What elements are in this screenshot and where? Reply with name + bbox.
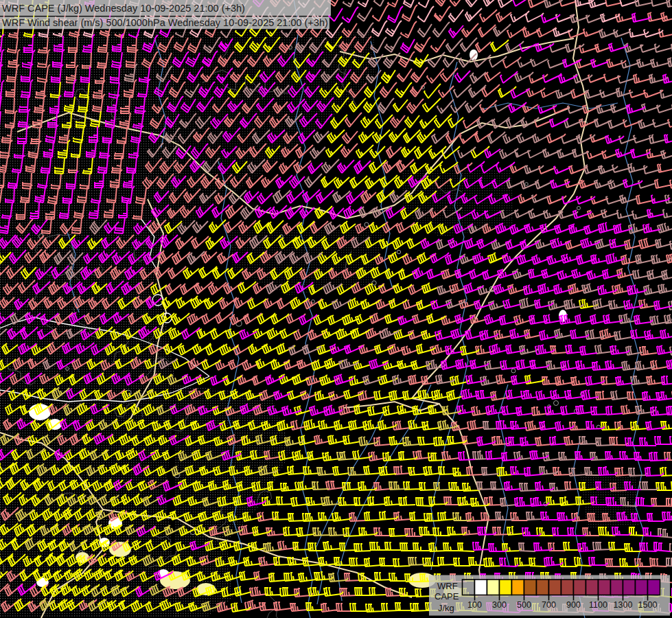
svg-text:100: 100 — [467, 600, 482, 610]
svg-text:WRF CAPE (J/kg) Wednesday 10-0: WRF CAPE (J/kg) Wednesday 10-09-2025 21:… — [2, 3, 245, 14]
svg-text:1300: 1300 — [614, 600, 633, 610]
svg-text:1500: 1500 — [638, 600, 658, 610]
svg-text:WRF Wind shear (m/s) 500/1000h: WRF Wind shear (m/s) 500/1000hPa Wednesd… — [2, 17, 328, 28]
svg-text:1100: 1100 — [589, 600, 607, 610]
svg-text:CAPE: CAPE — [435, 591, 459, 602]
svg-text:700: 700 — [542, 600, 556, 610]
svg-text:300: 300 — [492, 600, 507, 610]
svg-text:WRF: WRF — [437, 581, 458, 591]
svg-text:900: 900 — [566, 600, 581, 610]
svg-text:500: 500 — [517, 600, 531, 610]
svg-text:J/kg: J/kg — [438, 603, 454, 613]
